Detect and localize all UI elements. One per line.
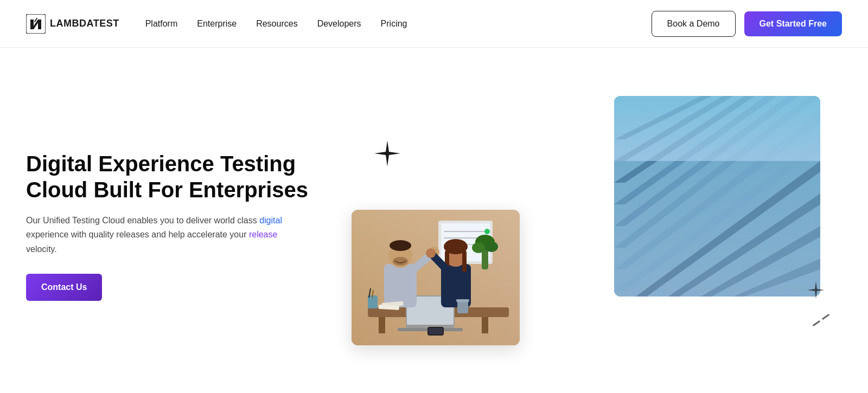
dash-2: [822, 313, 830, 320]
hero-subtitle: Our Unified Testing Cloud enables you to…: [26, 214, 286, 256]
svg-rect-25: [379, 317, 385, 333]
svg-rect-40: [462, 250, 467, 272]
nav-actions: Book a Demo Get Started Free: [652, 11, 842, 37]
hero-highlight-digital: digital: [259, 216, 282, 225]
get-started-button[interactable]: Get Started Free: [744, 11, 842, 36]
hero-title: Digital Experience Testing Cloud Built F…: [26, 151, 319, 203]
nav-item-resources[interactable]: Resources: [256, 19, 297, 28]
svg-rect-26: [482, 317, 488, 333]
dash-1: [812, 320, 820, 326]
brand-name: LAMBDATEST: [50, 18, 119, 29]
book-demo-button[interactable]: Book a Demo: [652, 11, 736, 37]
nav-item-developers[interactable]: Developers: [317, 19, 361, 28]
nav-item-enterprise[interactable]: Enterprise: [197, 19, 237, 28]
people-svg: [352, 210, 520, 345]
svg-point-52: [472, 242, 485, 253]
svg-point-42: [426, 248, 436, 258]
navbar: LAMBDATEST Platform Enterprise Resources…: [0, 0, 868, 48]
dash-decorations: [812, 313, 829, 326]
logo-link[interactable]: LAMBDATEST: [26, 14, 119, 34]
hero-subtitle-plain: Our Unified Testing Cloud enables you to…: [26, 216, 259, 225]
sparkle-small-icon: [806, 280, 826, 302]
hero-content: Digital Experience Testing Cloud Built F…: [26, 151, 319, 301]
hero-subtitle-end: velocity.: [26, 244, 57, 254]
building-image: [614, 96, 820, 297]
nav-item-platform[interactable]: Platform: [145, 19, 178, 28]
hero-highlight-release: release: [249, 230, 277, 239]
nav-item-pricing[interactable]: Pricing: [381, 19, 407, 28]
svg-rect-44: [456, 299, 469, 302]
logo-icon: [26, 14, 46, 34]
sparkle-large-icon: [373, 139, 401, 172]
building-svg: [614, 96, 820, 297]
hero-visuals: [319, 96, 842, 356]
building-visual: [614, 96, 820, 297]
nav-links: Platform Enterprise Resources Developers…: [145, 19, 652, 29]
hero-subtitle-mid: experience with quality releases and hel…: [26, 230, 249, 239]
people-image: [352, 210, 520, 345]
hero-section: Digital Experience Testing Cloud Built F…: [0, 48, 868, 393]
svg-point-32: [390, 240, 411, 251]
svg-rect-55: [429, 328, 443, 334]
contact-us-button[interactable]: Contact Us: [26, 274, 102, 301]
svg-point-53: [485, 241, 498, 252]
svg-point-23: [484, 229, 490, 234]
svg-rect-15: [614, 96, 820, 161]
